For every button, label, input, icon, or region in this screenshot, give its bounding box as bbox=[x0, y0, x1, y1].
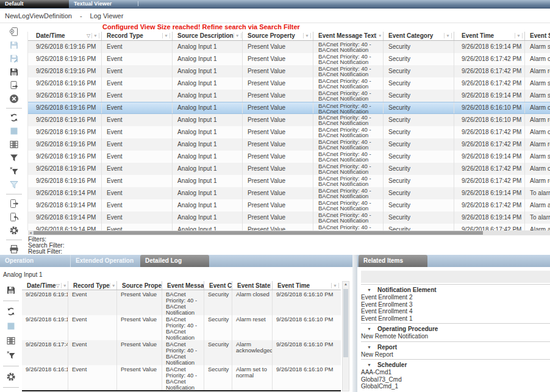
column-header[interactable]: Event Category▼ bbox=[384, 32, 454, 40]
column-header[interactable]: Event Message Text▼ bbox=[162, 281, 204, 290]
column-header[interactable]: Record Type▼ bbox=[68, 281, 117, 290]
log-table-row[interactable]: 9/26/2018 6:19:16 PMEventAnalog Input 1P… bbox=[28, 175, 550, 187]
print-button[interactable] bbox=[9, 244, 20, 255]
log-table-row[interactable]: 9/26/2018 6:19:16 PMEventAnalog Input 1P… bbox=[28, 151, 550, 163]
related-section-header[interactable]: ▼Operating Procedure bbox=[360, 325, 550, 333]
detail-log-row[interactable]: 9/26/2018 6:19:16 PMEventPresent ValueBA… bbox=[22, 315, 341, 340]
column-header[interactable]: Event State▼ bbox=[525, 32, 550, 40]
related-section-header[interactable]: ▼Scheduler bbox=[360, 361, 550, 369]
breadcrumb-view-definition[interactable]: NewLogViewDefinition bbox=[5, 12, 72, 20]
related-item[interactable]: New Remote Notification bbox=[360, 333, 550, 340]
related-item[interactable]: AAA-Cmd1 bbox=[360, 369, 550, 376]
tab-related-items[interactable]: Related Items bbox=[359, 255, 427, 267]
column-header[interactable]: Source Property▼ bbox=[243, 32, 313, 40]
detail-table-vscrollbar[interactable]: ▲ bbox=[342, 281, 349, 391]
breadcrumb-log-viewer[interactable]: Log Viewer bbox=[90, 12, 124, 20]
textual-viewer-window: Default Textual Viewer NewLogViewDefinit… bbox=[0, 0, 550, 392]
log-table-row[interactable]: 9/26/2018 6:19:16 PMEventAnalog Input 1P… bbox=[28, 65, 550, 77]
related-item[interactable]: Event Enrollment 1 bbox=[360, 315, 550, 323]
detail-log-row[interactable]: 9/26/2018 6:19:16 PMEventPresent ValueBA… bbox=[22, 290, 341, 315]
column-header[interactable]: Event Time▼ bbox=[273, 281, 341, 290]
column-header[interactable]: Record Type▼ bbox=[102, 32, 173, 40]
log-table-row[interactable]: 9/26/2018 6:19:14 PMEventAnalog Input 1P… bbox=[28, 199, 550, 212]
column-filter-icon[interactable]: ▼ bbox=[303, 33, 311, 38]
import-button[interactable] bbox=[9, 212, 20, 223]
column-header[interactable]: Event Category▼ bbox=[204, 281, 232, 290]
settings-button[interactable] bbox=[9, 225, 20, 236]
log-table-row[interactable]: 9/26/2018 6:19:16 PMEventAnalog Input 1P… bbox=[28, 114, 550, 126]
column-filter-icon[interactable]: ▼ bbox=[162, 33, 170, 38]
column-filter-icon[interactable]: ▼ bbox=[444, 33, 452, 38]
column-header-label: Event Category bbox=[209, 282, 232, 289]
delete-button[interactable] bbox=[9, 93, 20, 104]
column-header[interactable]: Date/Time▽▼ bbox=[22, 281, 68, 290]
sort-descending-icon[interactable]: ▽ bbox=[56, 283, 60, 288]
settings-button[interactable] bbox=[5, 371, 16, 382]
collapse-triangle-icon[interactable]: ▼ bbox=[367, 327, 371, 331]
log-table-row[interactable]: 9/26/2018 6:19:16 PMEventAnalog Input 1P… bbox=[28, 163, 550, 175]
save-button[interactable] bbox=[5, 285, 16, 296]
log-table-row[interactable]: 9/26/2018 6:19:16 PMEventAnalog Input 1P… bbox=[28, 77, 550, 90]
related-item[interactable]: New Report bbox=[360, 351, 550, 358]
hscroll-thumb[interactable] bbox=[34, 231, 483, 235]
detail-log-row[interactable]: 9/26/2018 6:16:12 PMEventPresent ValueBA… bbox=[22, 365, 341, 390]
collapse-triangle-icon[interactable]: ▼ bbox=[367, 345, 371, 349]
tab-extended-operation[interactable]: Extended Operation bbox=[71, 255, 139, 267]
column-settings-button[interactable] bbox=[5, 335, 16, 346]
scroll-left-icon[interactable]: ◄ bbox=[29, 230, 32, 235]
column-settings-button[interactable] bbox=[9, 139, 20, 150]
vscroll-thumb[interactable] bbox=[343, 289, 348, 357]
column-header[interactable]: Event Time▼ bbox=[454, 32, 525, 40]
related-item[interactable]: Event Enrollment 4 bbox=[360, 308, 550, 315]
column-header[interactable]: Source Description▼ bbox=[173, 32, 243, 40]
scroll-up-icon[interactable]: ▲ bbox=[343, 282, 349, 286]
save-button[interactable] bbox=[9, 66, 20, 77]
log-table-row[interactable]: 9/26/2018 6:19:16 PMEventAnalog Input 1P… bbox=[28, 41, 550, 53]
refresh-button[interactable] bbox=[9, 112, 20, 123]
log-table-row[interactable]: 9/26/2018 6:19:16 PMEventAnalog Input 1P… bbox=[28, 53, 550, 65]
log-table-row[interactable]: 9/26/2018 6:19:14 PMEventAnalog Input 1P… bbox=[28, 224, 550, 230]
tab-textual-viewer[interactable]: Textual Viewer bbox=[69, 0, 138, 8]
log-table-row[interactable]: 9/26/2018 6:19:14 PMEventAnalog Input 1P… bbox=[28, 212, 550, 224]
panel-splitter[interactable] bbox=[352, 255, 357, 392]
column-header[interactable]: Event Message Text▼ bbox=[313, 32, 384, 40]
sort-descending-icon[interactable]: ▽ bbox=[87, 33, 90, 38]
related-section-header[interactable]: ▼Notification Element bbox=[360, 286, 550, 294]
related-item[interactable]: Global73_Cmd bbox=[360, 376, 550, 383]
log-table-row[interactable]: 9/26/2018 6:19:16 PMEventAnalog Input 1P… bbox=[28, 126, 550, 138]
column-filter-icon[interactable]: ▼ bbox=[515, 33, 523, 38]
collapse-triangle-icon[interactable]: ▼ bbox=[367, 363, 371, 367]
log-table-row[interactable]: 9/26/2018 6:19:16 PMEventAnalog Input 1P… bbox=[28, 102, 550, 114]
tab-detailed-log[interactable]: Detailed Log bbox=[140, 255, 209, 267]
detail-log-row[interactable]: 9/26/2018 6:17:42 PMEventPresent ValueBA… bbox=[22, 340, 341, 365]
new-log-view-button[interactable] bbox=[9, 26, 20, 37]
column-header[interactable]: Date/Time▽▼ bbox=[28, 32, 102, 40]
refresh-button[interactable] bbox=[5, 306, 16, 317]
pause-button[interactable] bbox=[9, 126, 20, 137]
related-item[interactable]: GlobalCmd_1 bbox=[360, 383, 550, 390]
log-table-row[interactable]: 9/26/2018 6:19:16 PMEventAnalog Input 1P… bbox=[28, 90, 550, 102]
column-filter-icon[interactable]: ▼ bbox=[110, 283, 117, 288]
filter-button[interactable] bbox=[9, 152, 20, 163]
tab-operation[interactable]: Operation bbox=[0, 255, 71, 267]
related-section-header[interactable]: ▼Report bbox=[360, 343, 550, 351]
column-filter-icon[interactable]: ▼ bbox=[331, 283, 339, 288]
column-header[interactable]: Source Property▼ bbox=[117, 281, 162, 290]
export-button[interactable] bbox=[9, 198, 20, 209]
export-log-button[interactable] bbox=[9, 80, 20, 91]
log-table-hscrollbar[interactable]: ◄ bbox=[28, 230, 550, 235]
tab-default[interactable]: Default bbox=[0, 0, 69, 8]
column-filter-icon[interactable]: ▼ bbox=[91, 33, 99, 38]
column-filter-icon[interactable]: ▼ bbox=[61, 283, 68, 288]
pause-button[interactable] bbox=[5, 321, 16, 332]
collapse-triangle-icon[interactable]: ▼ bbox=[367, 288, 371, 292]
log-table-row[interactable]: 9/26/2018 6:19:14 PMEventAnalog Input 1P… bbox=[28, 187, 550, 199]
related-item[interactable]: Event Enrollment 2 bbox=[360, 294, 550, 301]
column-filter-icon[interactable]: ▼ bbox=[234, 33, 241, 38]
clear-filter-button[interactable] bbox=[9, 166, 20, 177]
log-table-row[interactable]: 9/26/2018 6:19:16 PMEventAnalog Input 1P… bbox=[28, 138, 550, 151]
column-header[interactable]: Event State▼ bbox=[232, 281, 273, 290]
clear-filter-button[interactable] bbox=[5, 350, 16, 361]
column-filter-icon[interactable]: ▼ bbox=[376, 33, 384, 38]
related-item[interactable]: Event Enrollment 3 bbox=[360, 301, 550, 308]
